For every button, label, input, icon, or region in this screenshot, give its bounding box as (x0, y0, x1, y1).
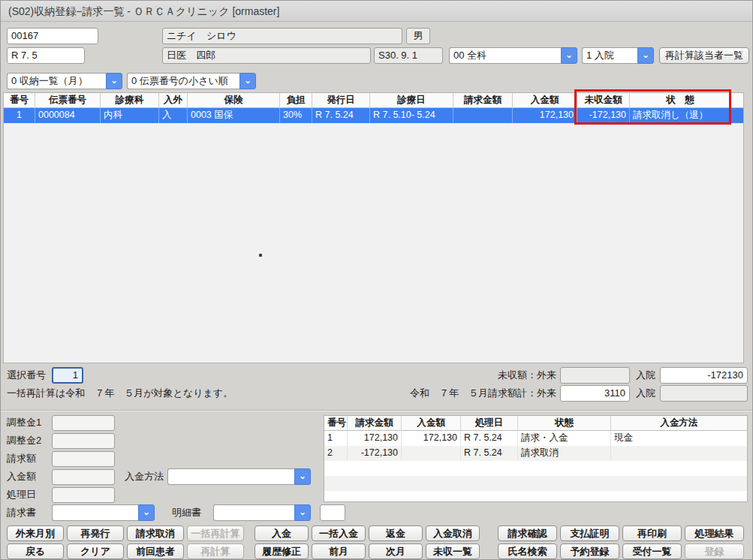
chevron-down-icon[interactable]: ⌄ (106, 73, 122, 89)
btn-batch-recalc: 一括再計算 (187, 525, 244, 541)
btn-bill-confirm[interactable]: 請求確認 (498, 525, 557, 541)
col-header: 番号 (324, 416, 348, 431)
invoice-doc-label: 請求書 (7, 504, 36, 521)
invoice-amount-input[interactable] (52, 451, 115, 467)
department-dropdown[interactable]: 00 全科 ⌄ (449, 47, 577, 64)
recalc-target-list-button[interactable]: 再計算該当者一覧 (659, 47, 749, 64)
col-header: 入金額 (513, 93, 577, 108)
chevron-down-icon[interactable]: ⌄ (138, 504, 155, 521)
chevron-down-icon[interactable]: ⌄ (294, 468, 311, 485)
process-date-input[interactable] (52, 487, 115, 503)
statement-dropdown-value (213, 504, 294, 521)
cell-number: 2 (324, 446, 348, 461)
process-date-label: 処理日 (7, 486, 36, 503)
history-row[interactable]: 2 -172,130 R 7. 5.24 請求取消 (324, 446, 747, 461)
deposit-input[interactable] (52, 469, 115, 485)
statement-dropdown[interactable]: ⌄ (213, 504, 311, 521)
cell-status: 請求・入金 (518, 431, 611, 446)
history-row[interactable]: 1 172,130 172,130 R 7. 5.24 請求・入金 現金 (324, 431, 747, 446)
cell-deposit: 172,130 (402, 431, 461, 446)
btn-register: 登録 (685, 543, 744, 559)
invoice-doc-dropdown-value (52, 504, 138, 521)
btn-clear[interactable]: クリア (67, 543, 124, 559)
col-header: 状態 (518, 416, 611, 431)
statement-label: 明細書 (172, 504, 201, 521)
cell-date: R 7. 5.24 (461, 446, 518, 461)
col-header: 診療科 (101, 93, 159, 108)
col-header: 請求金額 (348, 416, 402, 431)
list-mode-dropdown[interactable]: 0 収納一覧（月） ⌄ (7, 73, 122, 89)
window-title: (S02)収納登録−請求一覧 - ＯＲＣＡクリニック [ormaster] (1, 1, 752, 22)
patient-id-input[interactable]: 00167 (7, 28, 98, 44)
btn-history-edit[interactable]: 履歴修正 (255, 543, 309, 559)
btn-name-search[interactable]: 氏名検索 (498, 543, 557, 559)
col-header: 請求金額 (453, 93, 513, 108)
cell-treat-date: R 7. 5.10- 5.24 (370, 108, 453, 123)
btn-reprint[interactable]: 再印刷 (622, 525, 682, 541)
chevron-down-icon[interactable]: ⌄ (294, 504, 311, 521)
btn-prev-month[interactable]: 前月 (312, 543, 366, 559)
selection-number-label: 選択番号 (7, 367, 46, 384)
col-header: 保険 (188, 93, 280, 108)
payment-method-dropdown[interactable]: ⌄ (167, 468, 311, 485)
cell-issue-date: R 7. 5.24 (312, 108, 370, 123)
invoice-doc-dropdown[interactable]: ⌄ (52, 504, 155, 521)
chevron-down-icon[interactable]: ⌄ (637, 47, 654, 64)
btn-refund[interactable]: 返金 (369, 525, 423, 541)
btn-payment-cert[interactable]: 支払証明 (560, 525, 619, 541)
code-input[interactable] (320, 504, 345, 521)
cell-deposit-amount: 172,130 (513, 108, 577, 123)
btn-outpatient-monthly[interactable]: 外来月別 (7, 525, 64, 541)
cell-department: 内科 (101, 108, 159, 123)
table-filler (731, 108, 743, 123)
cell-number: 1 (4, 108, 35, 123)
adjust2-input[interactable] (52, 433, 115, 449)
invoice-table: 番号 伝票番号 診療科 入外 保険 負担 発行日 診療日 請求金額 入金額 未収… (3, 92, 744, 363)
col-header: 処理日 (461, 416, 518, 431)
sort-order-dropdown[interactable]: 0 伝票番号の小さい順 ⌄ (127, 73, 256, 89)
billing-month-input[interactable]: R 7. 5 (7, 47, 85, 64)
adjust2-label: 調整金2 (7, 432, 41, 449)
btn-back[interactable]: 戻る (7, 543, 64, 559)
unpaid-inpatient-label: 入院 (636, 367, 655, 384)
col-header: 入金額 (402, 416, 461, 431)
cell-date: R 7. 5.24 (461, 431, 518, 446)
button-group-mid-1: 入金 一括入金 返金 入金取消 (255, 525, 480, 541)
chevron-down-icon[interactable]: ⌄ (561, 47, 577, 64)
btn-reception-list[interactable]: 受付一覧 (622, 543, 682, 559)
patient-kana-field: ニチイ シロウ (162, 28, 402, 44)
department-dropdown-value: 00 全科 (449, 47, 561, 64)
col-header: 番号 (4, 93, 35, 108)
annotation-red-box (574, 89, 731, 125)
btn-bill-cancel[interactable]: 請求取消 (127, 525, 184, 541)
monthly-total-label: 令和 ７年 ５月請求額計：外来 (391, 385, 556, 402)
btn-deposit[interactable]: 入金 (255, 525, 309, 541)
col-header: 入金方法 (611, 416, 747, 431)
btn-deposit-cancel[interactable]: 入金取消 (426, 525, 480, 541)
col-header: 伝票番号 (35, 93, 101, 108)
col-header: 診療日 (370, 93, 453, 108)
deposit-label: 入金額 (7, 468, 36, 485)
monthly-outpatient-field: 3110 (560, 385, 630, 402)
monthly-inpatient-label: 入院 (636, 385, 655, 402)
cell-claim-amount (453, 108, 513, 123)
cell-method: 現金 (611, 431, 747, 446)
patient-birthdate-field: S30. 9. 1 (374, 47, 443, 64)
btn-unpaid-list[interactable]: 未収一覧 (426, 543, 480, 559)
invoice-amount-label: 請求額 (7, 450, 36, 467)
btn-process-result[interactable]: 処理結果 (685, 525, 744, 541)
selection-number-input[interactable]: 1 (52, 367, 83, 384)
btn-next-month[interactable]: 次月 (369, 543, 423, 559)
adjust1-input[interactable] (52, 415, 115, 431)
cursor-dot (259, 254, 262, 257)
cell-insurance: 0003 国保 (188, 108, 280, 123)
btn-recalc: 再計算 (187, 543, 244, 559)
btn-appointment[interactable]: 予約登録 (560, 543, 619, 559)
btn-prev-patient[interactable]: 前回患者 (127, 543, 184, 559)
inout-dropdown[interactable]: 1 入院 ⌄ (582, 47, 654, 64)
history-row-empty (324, 461, 747, 476)
chevron-down-icon[interactable]: ⌄ (239, 73, 256, 89)
unpaid-outpatient-field (560, 367, 630, 384)
btn-reissue[interactable]: 再発行 (67, 525, 124, 541)
btn-batch-deposit[interactable]: 一括入金 (312, 525, 366, 541)
